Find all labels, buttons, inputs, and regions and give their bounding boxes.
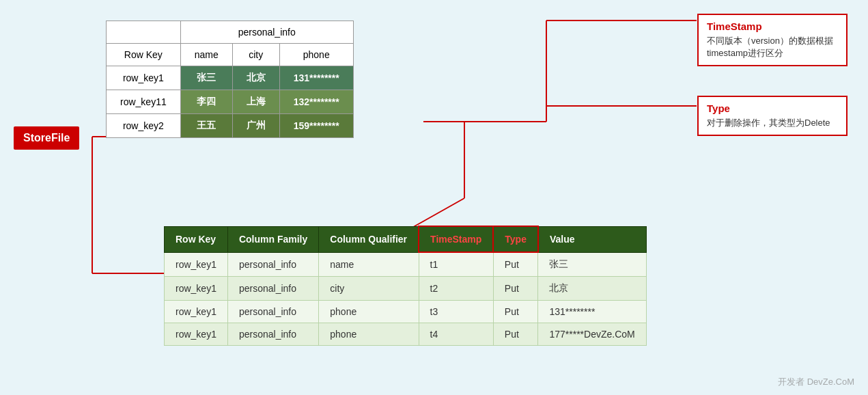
top-table-row-3: row_key2 王五 广州 159******** xyxy=(107,114,354,138)
bottom-table-row: row_key1 personal_info name t1 Put 张三 xyxy=(165,252,647,276)
b-row1-family: personal_info xyxy=(227,252,318,276)
bottom-col-value: Value xyxy=(538,226,646,252)
col-header-phone: phone xyxy=(279,44,353,66)
type-annotation-content: 对于删除操作，其类型为Delete xyxy=(707,117,838,129)
b-row3-key: row_key1 xyxy=(165,300,228,323)
top-table-empty-header xyxy=(107,21,181,44)
b-row2-type: Put xyxy=(493,276,538,300)
top-row2-city: 上海 xyxy=(232,90,279,114)
b-row3-value: 131******** xyxy=(538,300,646,323)
b-row4-timestamp: t4 xyxy=(419,323,493,345)
top-row2-key: row_key11 xyxy=(107,90,181,114)
top-table-col-headers: Row Key name city phone xyxy=(107,44,354,66)
bottom-col-family: Column Family xyxy=(227,226,318,252)
top-row3-city: 广州 xyxy=(232,114,279,138)
top-table-span-row: personal_info xyxy=(107,21,354,44)
b-row4-qualifier: phone xyxy=(319,323,419,345)
storefile-badge: StoreFile xyxy=(14,126,79,150)
b-row2-timestamp: t2 xyxy=(419,276,493,300)
bottom-col-timestamp: TimeStamp xyxy=(419,226,493,252)
bottom-table-row: row_key1 personal_info city t2 Put 北京 xyxy=(165,276,647,300)
timestamp-annotation: TimeStamp 不同版本（version）的数据根据timestamp进行区… xyxy=(697,14,848,66)
bottom-table-row: row_key1 personal_info phone t4 Put 177*… xyxy=(165,323,647,345)
col-header-rowkey: Row Key xyxy=(107,44,181,66)
bottom-col-qualifier: Column Qualifier xyxy=(319,226,419,252)
type-annotation-title: Type xyxy=(707,103,838,114)
top-table-row-1: row_key1 张三 北京 131******** xyxy=(107,66,354,90)
b-row3-timestamp: t3 xyxy=(419,300,493,323)
watermark: 开发者 DevZe.CoM xyxy=(778,376,854,388)
b-row4-type: Put xyxy=(493,323,538,345)
top-row1-city: 北京 xyxy=(232,66,279,90)
b-row3-type: Put xyxy=(493,300,538,323)
b-row3-qualifier: phone xyxy=(319,300,419,323)
bottom-col-rowkey: Row Key xyxy=(165,226,228,252)
bottom-col-type: Type xyxy=(493,226,538,252)
top-table-row-2: row_key11 李四 上海 132******** xyxy=(107,90,354,114)
top-row1-phone: 131******** xyxy=(279,66,353,90)
b-row3-family: personal_info xyxy=(227,300,318,323)
timestamp-annotation-title: TimeStamp xyxy=(707,21,838,32)
b-row2-value: 北京 xyxy=(538,276,646,300)
top-row2-phone: 132******** xyxy=(279,90,353,114)
top-table-wrapper: personal_info Row Key name city phone ro… xyxy=(106,21,354,138)
b-row2-qualifier: city xyxy=(319,276,419,300)
top-row1-key: row_key1 xyxy=(107,66,181,90)
top-row3-key: row_key2 xyxy=(107,114,181,138)
col-header-city: city xyxy=(232,44,279,66)
b-row4-key: row_key1 xyxy=(165,323,228,345)
bottom-table-wrapper: Row Key Column Family Column Qualifier T… xyxy=(164,226,647,346)
bottom-table-row: row_key1 personal_info phone t3 Put 131*… xyxy=(165,300,647,323)
b-row2-family: personal_info xyxy=(227,276,318,300)
top-table-personal-info: personal_info xyxy=(180,21,353,44)
top-row3-name: 王五 xyxy=(180,114,232,138)
b-row1-qualifier: name xyxy=(319,252,419,276)
b-row2-key: row_key1 xyxy=(165,276,228,300)
b-row1-value: 张三 xyxy=(538,252,646,276)
top-row1-name: 张三 xyxy=(180,66,232,90)
top-row2-name: 李四 xyxy=(180,90,232,114)
b-row1-key: row_key1 xyxy=(165,252,228,276)
timestamp-annotation-content: 不同版本（version）的数据根据timestamp进行区分 xyxy=(707,35,838,59)
bottom-table: Row Key Column Family Column Qualifier T… xyxy=(164,226,647,346)
bottom-table-header-row: Row Key Column Family Column Qualifier T… xyxy=(165,226,647,252)
top-row3-phone: 159******** xyxy=(279,114,353,138)
b-row4-value: 177*****DevZe.CoM xyxy=(538,323,646,345)
b-row1-type: Put xyxy=(493,252,538,276)
b-row1-timestamp: t1 xyxy=(419,252,493,276)
b-row4-family: personal_info xyxy=(227,323,318,345)
top-table: personal_info Row Key name city phone ro… xyxy=(106,21,354,138)
main-container: StoreFile personal_info Row Key name cit… xyxy=(0,0,868,395)
col-header-name: name xyxy=(180,44,232,66)
type-annotation: Type 对于删除操作，其类型为Delete xyxy=(697,96,848,136)
